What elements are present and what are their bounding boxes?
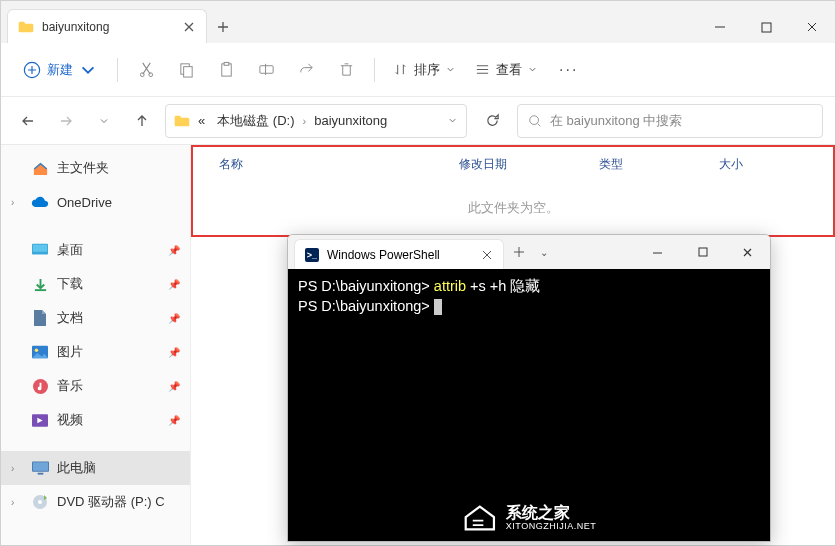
sidebar-item-thispc[interactable]: › 此电脑 xyxy=(1,451,190,485)
watermark-title: 系统之家 xyxy=(506,504,596,522)
back-button[interactable] xyxy=(13,106,43,136)
svg-point-13 xyxy=(35,348,39,352)
svg-rect-8 xyxy=(259,66,272,74)
onedrive-icon xyxy=(31,193,49,211)
copy-icon xyxy=(178,61,195,78)
sidebar-item-desktop[interactable]: 桌面 📌 xyxy=(1,233,190,267)
share-button[interactable] xyxy=(288,52,324,88)
sidebar-item-documents[interactable]: 文档 📌 xyxy=(1,301,190,335)
view-button[interactable]: 查看 xyxy=(467,55,545,85)
powershell-tab-dropdown[interactable]: ⌄ xyxy=(534,247,554,258)
delete-button[interactable] xyxy=(328,52,364,88)
sidebar-item-dvd[interactable]: › DVD 驱动器 (P:) C xyxy=(1,485,190,519)
toolbar: 新建 排序 查看 ··· xyxy=(1,43,835,97)
copy-button[interactable] xyxy=(168,52,204,88)
address-row: « 本地磁盘 (D:) › baiyunxitong 在 baiyunxiton… xyxy=(1,97,835,145)
column-size[interactable]: 大小 xyxy=(719,156,743,173)
column-name[interactable]: 名称 xyxy=(219,156,459,173)
pin-icon: 📌 xyxy=(168,347,180,358)
cut-button[interactable] xyxy=(128,52,164,88)
more-button[interactable]: ··· xyxy=(549,55,588,85)
sidebar-item-downloads[interactable]: 下载 📌 xyxy=(1,267,190,301)
forward-button[interactable] xyxy=(51,106,81,136)
refresh-button[interactable] xyxy=(475,104,509,138)
powershell-titlebar: >_ Windows PowerShell ⌄ xyxy=(288,235,770,269)
thispc-icon xyxy=(31,459,49,477)
video-icon xyxy=(31,411,49,429)
trash-icon xyxy=(338,61,355,78)
sidebar-item-home[interactable]: 主文件夹 xyxy=(1,151,190,185)
recent-dropdown-button[interactable] xyxy=(89,106,119,136)
arrow-right-icon xyxy=(58,113,74,129)
powershell-minimize-button[interactable] xyxy=(635,237,680,267)
music-icon xyxy=(31,377,49,395)
paste-button[interactable] xyxy=(208,52,244,88)
close-icon[interactable] xyxy=(481,249,493,261)
powershell-icon: >_ xyxy=(305,248,319,262)
sidebar-item-onedrive[interactable]: › OneDrive xyxy=(1,185,190,219)
svg-rect-7 xyxy=(224,62,229,65)
chevron-right-icon: › xyxy=(11,463,23,474)
svg-rect-17 xyxy=(32,462,47,471)
rename-button[interactable] xyxy=(248,52,284,88)
breadcrumb-disk[interactable]: 本地磁盘 (D:) xyxy=(213,110,298,132)
terminal-line: PS D:\baiyunxitong> attrib +s +h 隐藏 xyxy=(298,277,760,297)
breadcrumb-folder[interactable]: baiyunxitong xyxy=(310,111,391,130)
powershell-tab[interactable]: >_ Windows PowerShell xyxy=(294,239,504,269)
powershell-close-button[interactable] xyxy=(725,237,770,267)
download-icon xyxy=(31,275,49,293)
paste-icon xyxy=(218,61,235,78)
view-icon xyxy=(475,62,490,77)
address-bar[interactable]: « 本地磁盘 (D:) › baiyunxitong xyxy=(165,104,467,138)
sidebar-label: 文档 xyxy=(57,309,83,327)
svg-point-3 xyxy=(148,73,152,77)
new-button[interactable]: 新建 xyxy=(13,55,107,85)
watermark-logo-icon xyxy=(462,503,498,533)
sort-button[interactable]: 排序 xyxy=(385,55,463,85)
folder-icon xyxy=(174,114,190,128)
home-icon xyxy=(31,159,49,177)
sidebar-label: 桌面 xyxy=(57,241,83,259)
new-tab-button[interactable] xyxy=(207,11,239,43)
powershell-maximize-button[interactable] xyxy=(680,237,725,267)
sidebar-label: 视频 xyxy=(57,411,83,429)
column-type[interactable]: 类型 xyxy=(599,156,719,173)
powershell-window-controls xyxy=(635,237,770,267)
chevron-right-icon: › xyxy=(11,197,23,208)
column-date[interactable]: 修改日期 xyxy=(459,156,599,173)
sidebar-label: OneDrive xyxy=(57,195,112,210)
chevron-down-icon xyxy=(79,61,97,79)
search-input[interactable]: 在 baiyunxitong 中搜索 xyxy=(517,104,823,138)
up-button[interactable] xyxy=(127,106,157,136)
arrow-left-icon xyxy=(20,113,36,129)
search-icon xyxy=(528,114,542,128)
close-icon[interactable] xyxy=(182,20,196,34)
minimize-button[interactable] xyxy=(697,11,743,43)
svg-rect-5 xyxy=(183,67,192,77)
sidebar-label: DVD 驱动器 (P:) C xyxy=(57,493,165,511)
view-label: 查看 xyxy=(496,61,522,79)
empty-folder-text: 此文件夹为空。 xyxy=(193,181,833,235)
chevron-down-icon[interactable] xyxy=(447,115,458,126)
powershell-tab-title: Windows PowerShell xyxy=(327,248,473,262)
sidebar-label: 下载 xyxy=(57,275,83,293)
chevron-right-icon: › xyxy=(11,497,23,508)
svg-rect-18 xyxy=(37,473,43,475)
sidebar-item-pictures[interactable]: 图片 📌 xyxy=(1,335,190,369)
chevron-down-icon xyxy=(98,115,110,127)
close-button[interactable] xyxy=(789,11,835,43)
tab-title: baiyunxitong xyxy=(42,20,182,34)
powershell-terminal[interactable]: PS D:\baiyunxitong> attrib +s +h 隐藏 PS D… xyxy=(288,269,770,541)
window-tab[interactable]: baiyunxitong xyxy=(7,9,207,43)
sidebar-item-videos[interactable]: 视频 📌 xyxy=(1,403,190,437)
sidebar-item-music[interactable]: 音乐 📌 xyxy=(1,369,190,403)
rename-icon xyxy=(258,61,275,78)
document-icon xyxy=(31,309,49,327)
titlebar: baiyunxitong xyxy=(1,1,835,43)
new-plus-circle-icon xyxy=(23,61,41,79)
powershell-new-tab[interactable] xyxy=(504,246,534,258)
pin-icon: 📌 xyxy=(168,313,180,324)
navigation-sidebar: 主文件夹 › OneDrive 桌面 📌 下载 xyxy=(1,145,191,545)
sidebar-label: 此电脑 xyxy=(57,459,96,477)
maximize-button[interactable] xyxy=(743,11,789,43)
